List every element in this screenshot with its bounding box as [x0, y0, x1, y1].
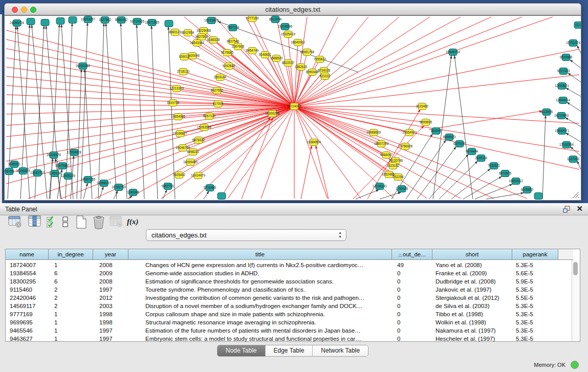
graph-node-label: 6379197 — [453, 142, 466, 145]
graph-node-label: 10719155 — [130, 19, 145, 23]
graph-node-label: 8115955 — [540, 110, 553, 114]
table-cell: 2008 — [99, 261, 127, 269]
close-panel-icon[interactable]: ✕ — [576, 205, 583, 213]
table-cell: Estimation of the future numbers of pati… — [145, 326, 391, 335]
table-row[interactable]: 1938455462009Genome-wide association stu… — [6, 269, 573, 277]
graph-node-label: 14136141 — [373, 184, 387, 188]
network-canvas[interactable]: 2405572410653257152760284661621071915516… — [4, 15, 581, 201]
graph-node[interactable] — [41, 19, 49, 26]
window-resize-grip[interactable] — [572, 191, 580, 199]
graph-node-label: 2803144 — [214, 75, 227, 79]
table-row[interactable]: 1456911722003Disruption of a novel membe… — [6, 302, 573, 310]
table-cell: 49 — [397, 261, 431, 269]
table-cell: 1 — [54, 310, 92, 318]
merge-rows-icon[interactable] — [62, 215, 69, 231]
graph-node-label: 16961758 — [300, 50, 315, 54]
table-row[interactable]: 969969511998Structural magnetic resonanc… — [6, 318, 573, 326]
graph-node-label: 9827546 — [227, 39, 239, 43]
memory-ok-indicator-icon[interactable] — [571, 361, 579, 369]
graph-node-label: 7425402 — [173, 173, 186, 177]
graph-node-label: 1527602 — [99, 18, 112, 21]
table-row[interactable]: 1830029562008Estimation of significance … — [6, 277, 573, 286]
column-header-name[interactable]: name — [6, 249, 49, 260]
memory-status-label: Memory: OK — [534, 362, 565, 368]
graph-node[interactable] — [217, 193, 226, 200]
table-cell: 1998 — [99, 318, 127, 326]
graph-node-label: 1733426 — [396, 187, 408, 190]
graph-node-label: 6734028 — [318, 69, 331, 72]
graph-node-label: 12444414 — [556, 98, 571, 102]
network-window-titlebar[interactable]: citations_edges.txt — [4, 3, 581, 15]
column-header-year[interactable]: year — [93, 249, 128, 260]
table-cell: 0 — [397, 310, 431, 318]
column-header-short[interactable]: short — [432, 249, 512, 260]
table-settings-icon[interactable] — [8, 215, 22, 230]
select-column-icon[interactable] — [28, 215, 41, 230]
graph-node-label: 18640910 — [291, 40, 306, 44]
table-cell: 0 — [397, 269, 431, 277]
table-cell: Corpus callosum shape and size in male p… — [145, 310, 391, 318]
graph-node-label: 964095 — [430, 129, 442, 133]
graph-node-label: 16099489 — [183, 160, 198, 164]
checklist-icon[interactable] — [46, 215, 57, 231]
table-row[interactable]: 946554611997Estimation of the future num… — [6, 326, 573, 335]
table-cell: 1 — [54, 335, 92, 343]
table-row[interactable]: 977716911998Corpus callosum shape and si… — [6, 310, 573, 318]
table-row[interactable]: 2242004622012Investigating the contribut… — [6, 294, 573, 302]
vertical-scrollbar[interactable] — [572, 260, 580, 341]
graph-node-label: 18807293 — [374, 142, 389, 145]
table-row[interactable]: 1872400712008Changes of HCN gene express… — [6, 261, 573, 269]
table-row[interactable]: 946362711997Embryonic stem cells: a mode… — [6, 335, 573, 343]
graph-node-label: 1112 — [575, 23, 581, 27]
graph-node-label: 9457791 — [162, 184, 175, 188]
graph-node[interactable] — [534, 193, 542, 200]
table-cell: 2008 — [99, 277, 127, 286]
graph-node-label: 16120746 — [388, 159, 403, 162]
graph-node-label: 19046798 — [176, 146, 190, 149]
column-header-in_degree[interactable]: in_degree — [49, 249, 93, 260]
delete-trash-icon[interactable] — [93, 215, 105, 231]
table-mode-tabs[interactable]: Node TableEdge TableNetwork Table — [217, 345, 368, 357]
graph-node-label: 1588520 — [270, 56, 283, 60]
table-row[interactable]: 911546021997Tourette syndrome. Phenomeno… — [6, 286, 573, 294]
tab-edge-table[interactable]: Edge Table — [266, 345, 313, 356]
column-header-pagerank[interactable]: pagerank — [512, 249, 558, 260]
tab-network-table[interactable]: Network Table — [313, 345, 368, 356]
function-builder-icon[interactable]: f(x) — [127, 217, 139, 226]
graph-node[interactable] — [165, 20, 173, 27]
graph-node-label: 9474444 — [466, 149, 478, 153]
table-selector-dropdown[interactable]: citations_edges.txt ▲▼ — [146, 229, 346, 241]
new-document-icon[interactable] — [75, 215, 88, 231]
graph-node-label: 921012 — [319, 74, 331, 78]
graph-node-label: 19654985 — [171, 115, 186, 118]
tab-node-table[interactable]: Node Table — [217, 345, 266, 356]
scrollbar-thumb[interactable] — [573, 262, 578, 275]
table-cell: 9777169 — [10, 310, 48, 318]
graph-node[interactable] — [27, 18, 35, 25]
graph-node[interactable] — [56, 18, 64, 25]
table-cell: 6 — [54, 269, 92, 277]
graph-node-label: 16671385 — [145, 20, 160, 24]
graph-node-label: 9242848 — [223, 64, 235, 68]
graph-node-label: 9529966 — [560, 55, 573, 59]
graph-node-label: 10654112 — [509, 179, 523, 183]
column-header-title[interactable]: title — [128, 249, 392, 260]
graph-node-label: 19218596 — [278, 25, 293, 28]
table-cell: 0 — [397, 294, 431, 302]
float-window-icon[interactable] — [563, 206, 571, 213]
graph-node-label: 9777169 — [246, 16, 259, 20]
node-table[interactable]: namein_degreeyeartitle△out_de...shortpag… — [5, 249, 580, 342]
graph-node[interactable] — [69, 17, 77, 24]
network-window[interactable]: citations_edges.txt 24055724106532571527… — [4, 3, 581, 201]
column-header-out_de[interactable]: △out_de... — [392, 249, 432, 260]
graph-node-label: 8912954 — [182, 31, 194, 34]
table-cell: 0 — [397, 318, 431, 326]
citation-network-graph[interactable]: 2405572410653257152760284661621071915516… — [5, 16, 581, 200]
graph-node-label: 2718120 — [177, 70, 190, 73]
graph-node-label: 10688609 — [366, 130, 381, 134]
table-cell: 9115460 — [10, 286, 48, 294]
graph-node-label: 16782759 — [112, 185, 126, 189]
table-cell: 5.3E-5 — [516, 326, 557, 335]
graph-node-label: 8186328 — [207, 38, 220, 41]
graph-node-label: 18226058 — [197, 29, 211, 32]
